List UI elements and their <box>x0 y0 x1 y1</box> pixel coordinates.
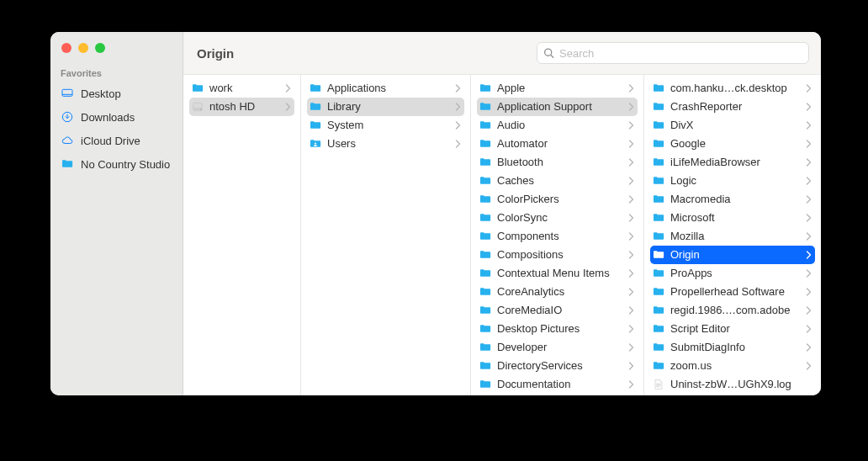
list-item[interactable]: ProApps <box>650 264 815 283</box>
chevron-right-icon <box>806 177 812 185</box>
list-item[interactable]: Components <box>477 227 638 246</box>
list-item[interactable]: work <box>189 79 294 98</box>
chevron-right-icon <box>455 84 461 93</box>
search-icon <box>543 48 554 59</box>
list-item[interactable]: Documentation <box>477 375 638 394</box>
list-item[interactable]: Origin <box>650 246 815 264</box>
list-item[interactable]: Application Support <box>477 98 638 116</box>
item-label: Logic <box>670 172 801 190</box>
list-item[interactable]: Library <box>307 98 464 116</box>
folder-icon <box>652 322 665 336</box>
chevron-right-icon <box>628 158 634 167</box>
list-item[interactable]: Bluetooth <box>477 153 638 172</box>
item-label: Apple <box>497 79 623 98</box>
column-3[interactable]: com.hanku…ck.desktopCrashReporterDivXGoo… <box>644 75 821 395</box>
list-item[interactable]: CoreAnalytics <box>477 283 638 301</box>
folder-icon <box>479 137 492 151</box>
list-item[interactable]: Developer <box>477 338 638 357</box>
list-item[interactable]: Uninst-zbW…UGhX9.log <box>650 375 815 394</box>
chevron-right-icon <box>455 103 461 111</box>
close-window-button[interactable] <box>61 43 71 53</box>
svg-point-8 <box>315 142 316 144</box>
sidebar-item-label: iCloud Drive <box>81 135 140 147</box>
list-item[interactable]: Caches <box>477 172 638 190</box>
list-item[interactable]: Google <box>650 135 815 153</box>
list-item[interactable]: SubmitDiagInfo <box>650 338 815 357</box>
folder-icon <box>479 304 492 317</box>
list-item[interactable]: Microsoft <box>650 209 815 227</box>
list-item[interactable]: regid.1986.…com.adobe <box>650 301 815 320</box>
list-item[interactable]: DirectoryServices <box>477 357 638 375</box>
main-area: Origin workntosh HD ApplicationsLibraryS… <box>183 32 821 395</box>
item-label: Propellerhead Software <box>670 283 801 301</box>
list-item[interactable]: ColorPickers <box>477 190 638 209</box>
column-browser: workntosh HD ApplicationsLibrarySystemUs… <box>183 75 821 395</box>
column-2[interactable]: AppleApplication SupportAudioAutomatorBl… <box>471 75 644 395</box>
item-label: com.hanku…ck.desktop <box>670 79 801 98</box>
list-item[interactable]: CrashReporter <box>650 98 815 116</box>
chevron-right-icon <box>806 362 812 370</box>
item-label: Contextual Menu Items <box>497 264 623 283</box>
list-item[interactable]: Macromedia <box>650 190 815 209</box>
chevron-right-icon <box>806 214 812 222</box>
item-label: CoreMediaIO <box>497 301 623 320</box>
sidebar-item-no-country-studio[interactable]: No Country Studio <box>50 152 183 176</box>
list-item[interactable]: Apple <box>477 79 638 98</box>
list-item[interactable]: Audio <box>477 116 638 135</box>
minimize-window-button[interactable] <box>78 43 88 53</box>
list-item[interactable]: CoreMediaIO <box>477 301 638 320</box>
sidebar-item-icloud-drive[interactable]: iCloud Drive <box>50 129 183 152</box>
item-label: Users <box>327 135 450 153</box>
column-1[interactable]: ApplicationsLibrarySystemUsers <box>301 75 471 395</box>
item-label: work <box>209 79 280 98</box>
folder-icon <box>479 100 492 114</box>
search-field-wrap <box>537 42 809 64</box>
desktop-icon <box>61 87 74 100</box>
folder-icon <box>479 248 492 262</box>
chevron-right-icon <box>628 380 634 389</box>
folder-icon <box>309 119 322 132</box>
list-item[interactable]: Users <box>307 135 464 153</box>
zoom-window-button[interactable] <box>95 43 105 53</box>
chevron-right-icon <box>806 343 812 352</box>
list-item[interactable]: Desktop Pictures <box>477 320 638 338</box>
item-label: Microsoft <box>670 209 801 227</box>
list-item[interactable]: Mozilla <box>650 227 815 246</box>
sidebar-item-downloads[interactable]: Downloads <box>50 105 183 129</box>
sidebar-item-desktop[interactable]: Desktop <box>50 82 183 105</box>
list-item[interactable]: DivX <box>650 116 815 135</box>
list-item[interactable]: zoom.us <box>650 357 815 375</box>
item-label: CoreAnalytics <box>497 283 623 301</box>
list-item[interactable]: Propellerhead Software <box>650 283 815 301</box>
folder-icon <box>479 285 492 299</box>
item-label: ntosh HD <box>209 98 280 116</box>
column-0[interactable]: workntosh HD <box>183 75 301 395</box>
list-item[interactable]: Applications <box>307 79 464 98</box>
item-label: Applications <box>327 79 450 98</box>
list-item[interactable]: Compositions <box>477 246 638 264</box>
list-item[interactable]: iLifeMediaBrowser <box>650 153 815 172</box>
folder-icon <box>652 119 665 132</box>
chevron-right-icon <box>806 232 812 241</box>
item-label: zoom.us <box>670 357 801 375</box>
list-item[interactable]: ntosh HD <box>189 98 294 116</box>
chevron-right-icon <box>806 269 812 278</box>
search-input[interactable] <box>537 42 809 64</box>
item-label: Macromedia <box>670 190 801 209</box>
list-item[interactable]: Logic <box>650 172 815 190</box>
item-label: Uninst-zbW…UGhX9.log <box>670 375 812 394</box>
list-item[interactable]: System <box>307 116 464 135</box>
item-label: Components <box>497 227 623 246</box>
chevron-right-icon <box>285 103 291 111</box>
chevron-right-icon <box>628 84 634 93</box>
folder-icon <box>479 267 492 280</box>
list-item[interactable]: Contextual Menu Items <box>477 264 638 283</box>
window-title: Origin <box>195 46 234 61</box>
chevron-right-icon <box>628 214 634 222</box>
list-item[interactable]: Automator <box>477 135 638 153</box>
item-label: Developer <box>497 338 623 357</box>
list-item[interactable]: Script Editor <box>650 320 815 338</box>
list-item[interactable]: ColorSync <box>477 209 638 227</box>
list-item[interactable]: com.hanku…ck.desktop <box>650 79 815 98</box>
item-label: System <box>327 116 450 135</box>
